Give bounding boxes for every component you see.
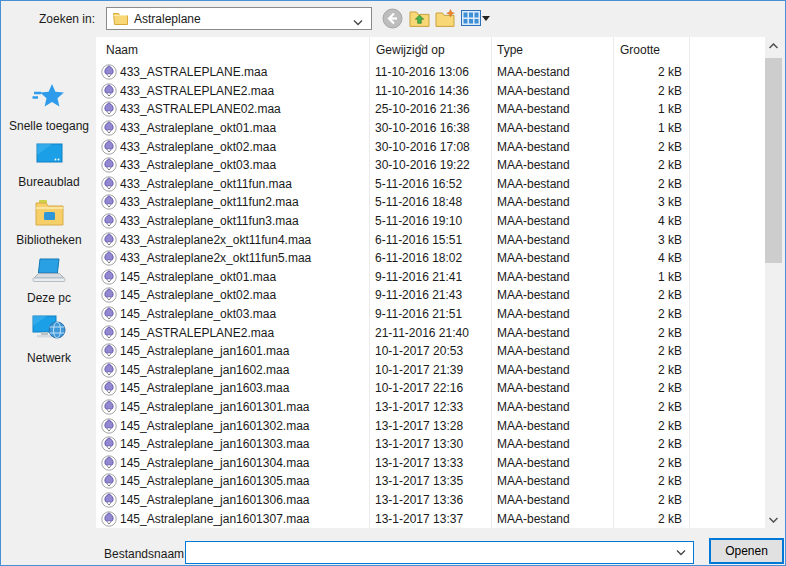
file-size: 2 kB bbox=[613, 288, 689, 302]
file-row[interactable]: 145_Astraleplane_jan1601303.maa 13-1-201… bbox=[96, 435, 765, 454]
file-name: 145_Astraleplane_jan1601301.maa bbox=[120, 400, 310, 414]
file-modified: 30-10-2016 17:08 bbox=[369, 140, 491, 154]
file-size: 3 kB bbox=[613, 233, 689, 247]
file-row[interactable]: 145_Astraleplane_jan1601302.maa 13-1-201… bbox=[96, 416, 765, 435]
sidebar-item-this-pc[interactable]: Deze pc bbox=[2, 257, 96, 305]
chevron-down-icon bbox=[353, 15, 363, 29]
file-modified: 11-10-2016 13:06 bbox=[369, 65, 491, 79]
file-row[interactable]: 145_Astraleplane_jan1601.maa 10-1-2017 2… bbox=[96, 342, 765, 361]
file-modified: 30-10-2016 16:38 bbox=[369, 121, 491, 135]
file-row[interactable]: 145_Astraleplane_okt03.maa 9-11-2016 21:… bbox=[96, 305, 765, 324]
new-folder-button[interactable] bbox=[433, 6, 457, 30]
file-open-dialog: Zoeken in: Astraleplane bbox=[0, 0, 786, 566]
file-row[interactable]: 433_Astraleplane2x_okt11fun4.maa 6-11-20… bbox=[96, 230, 765, 249]
file-row[interactable]: 145_Astraleplane_jan1601307.maa 13-1-201… bbox=[96, 509, 765, 528]
file-type: MAA-bestand bbox=[491, 381, 613, 395]
file-modified: 9-11-2016 21:41 bbox=[369, 270, 491, 284]
file-row[interactable]: 145_Astraleplane_okt02.maa 9-11-2016 21:… bbox=[96, 286, 765, 305]
column-header-naam[interactable]: Naam bbox=[96, 43, 369, 57]
file-modified: 10-1-2017 22:16 bbox=[369, 381, 491, 395]
file-modified: 6-11-2016 15:51 bbox=[369, 233, 491, 247]
file-name: 145_Astraleplane_okt03.maa bbox=[120, 307, 276, 321]
maa-file-icon bbox=[101, 250, 117, 266]
file-row[interactable]: 145_Astraleplane_jan1601305.maa 13-1-201… bbox=[96, 472, 765, 491]
file-row[interactable]: 433_Astraleplane_okt03.maa 30-10-2016 19… bbox=[96, 156, 765, 175]
sidebar-item-label: Snelle toegang bbox=[2, 119, 96, 133]
file-name: 433_Astraleplane_okt11fun2.maa bbox=[120, 195, 299, 209]
file-row[interactable]: 145_Astraleplane_jan1601301.maa 13-1-201… bbox=[96, 398, 765, 417]
file-type: MAA-bestand bbox=[491, 326, 613, 340]
column-header-grootte[interactable]: Grootte bbox=[613, 43, 689, 57]
sidebar-item-libraries[interactable]: Bibliotheken bbox=[2, 199, 96, 247]
open-button[interactable]: Openen bbox=[709, 538, 784, 564]
scrollbar-thumb[interactable] bbox=[765, 58, 782, 263]
filename-combobox[interactable] bbox=[185, 541, 694, 564]
file-type: MAA-bestand bbox=[491, 493, 613, 507]
sidebar-item-label: Bibliotheken bbox=[2, 233, 96, 247]
file-type: MAA-bestand bbox=[491, 158, 613, 172]
file-size: 2 kB bbox=[613, 400, 689, 414]
file-type: MAA-bestand bbox=[491, 102, 613, 116]
file-size: 2 kB bbox=[613, 326, 689, 340]
file-modified: 21-11-2016 21:40 bbox=[369, 326, 491, 340]
up-one-level-button[interactable] bbox=[407, 6, 431, 30]
file-row[interactable]: 145_Astraleplane_jan1602.maa 10-1-2017 2… bbox=[96, 361, 765, 380]
maa-file-icon bbox=[101, 399, 117, 415]
file-row[interactable]: 145_Astraleplane_jan1603.maa 10-1-2017 2… bbox=[96, 379, 765, 398]
back-button[interactable] bbox=[380, 6, 404, 30]
file-modified: 11-10-2016 14:36 bbox=[369, 84, 491, 98]
maa-file-icon bbox=[101, 232, 117, 248]
maa-file-icon bbox=[101, 120, 117, 136]
file-name: 145_Astraleplane_jan1602.maa bbox=[120, 363, 289, 377]
file-modified: 13-1-2017 12:33 bbox=[369, 400, 491, 414]
sidebar-item-network[interactable]: Netwerk bbox=[2, 313, 96, 365]
file-modified: 13-1-2017 13:37 bbox=[369, 512, 491, 526]
file-row[interactable]: 433_ASTRALEPLANE.maa 11-10-2016 13:06 MA… bbox=[96, 63, 765, 82]
sort-ascending-icon bbox=[416, 38, 426, 52]
file-row[interactable]: 433_ASTRALEPLANE2.maa 11-10-2016 14:36 M… bbox=[96, 82, 765, 101]
file-row[interactable]: 433_Astraleplane_okt11fun.maa 5-11-2016 … bbox=[96, 175, 765, 194]
file-row[interactable]: 433_Astraleplane_okt02.maa 30-10-2016 17… bbox=[96, 137, 765, 156]
file-name: 145_Astraleplane_jan1601305.maa bbox=[120, 474, 310, 488]
scroll-down-icon[interactable] bbox=[765, 511, 782, 528]
file-modified: 5-11-2016 16:52 bbox=[369, 177, 491, 191]
file-row[interactable]: 433_Astraleplane_okt11fun3.maa 5-11-2016… bbox=[96, 212, 765, 231]
filename-input[interactable] bbox=[189, 544, 676, 561]
scroll-up-icon[interactable] bbox=[765, 37, 782, 54]
sidebar-item-quick-access[interactable]: Snelle toegang bbox=[2, 83, 96, 133]
chevron-down-icon[interactable] bbox=[676, 549, 686, 556]
file-modified: 10-1-2017 21:39 bbox=[369, 363, 491, 377]
column-header-gewijzigd-op[interactable]: Gewijzigd op bbox=[369, 43, 491, 57]
maa-file-icon bbox=[101, 511, 117, 527]
file-modified: 10-1-2017 20:53 bbox=[369, 344, 491, 358]
file-row[interactable]: 433_Astraleplane_okt01.maa 30-10-2016 16… bbox=[96, 119, 765, 138]
desktop-icon bbox=[32, 158, 66, 172]
file-row[interactable]: 145_Astraleplane_jan1601306.maa 13-1-201… bbox=[96, 491, 765, 510]
file-type: MAA-bestand bbox=[491, 251, 613, 265]
file-name: 145_Astraleplane_jan1601307.maa bbox=[120, 512, 310, 526]
file-row[interactable]: 145_Astraleplane_okt01.maa 9-11-2016 21:… bbox=[96, 268, 765, 287]
file-row[interactable]: 145_ASTRALEPLANE2.maa 21-11-2016 21:40 M… bbox=[96, 323, 765, 342]
file-name: 433_Astraleplane2x_okt11fun5.maa bbox=[120, 251, 311, 265]
file-name: 145_Astraleplane_okt02.maa bbox=[120, 288, 276, 302]
column-header-type[interactable]: Type bbox=[491, 43, 613, 57]
file-type: MAA-bestand bbox=[491, 65, 613, 79]
folder-combobox[interactable]: Astraleplane bbox=[106, 7, 372, 30]
file-modified: 5-11-2016 18:48 bbox=[369, 195, 491, 209]
file-row[interactable]: 433_Astraleplane2x_okt11fun5.maa 6-11-20… bbox=[96, 249, 765, 268]
file-size: 2 kB bbox=[613, 437, 689, 451]
view-menu-dropdown-arrow-icon bbox=[482, 16, 491, 21]
maa-file-icon bbox=[101, 287, 117, 303]
file-name: 145_Astraleplane_jan1601304.maa bbox=[120, 456, 310, 470]
file-row[interactable]: 433_Astraleplane_okt11fun2.maa 5-11-2016… bbox=[96, 193, 765, 212]
network-globe-icon bbox=[31, 334, 67, 348]
file-name: 145_Astraleplane_jan1601306.maa bbox=[120, 493, 310, 507]
view-menu-button[interactable] bbox=[459, 6, 493, 30]
file-row[interactable]: 433_ASTRALEPLANE02.maa 25-10-2016 21:36 … bbox=[96, 100, 765, 119]
vertical-scrollbar[interactable] bbox=[765, 37, 782, 528]
filename-label: Bestandsnaam: bbox=[104, 547, 187, 561]
file-modified: 30-10-2016 19:22 bbox=[369, 158, 491, 172]
file-name: 433_ASTRALEPLANE2.maa bbox=[120, 84, 274, 98]
sidebar-item-desktop[interactable]: Bureaublad bbox=[2, 141, 96, 189]
file-row[interactable]: 145_Astraleplane_jan1601304.maa 13-1-201… bbox=[96, 453, 765, 472]
